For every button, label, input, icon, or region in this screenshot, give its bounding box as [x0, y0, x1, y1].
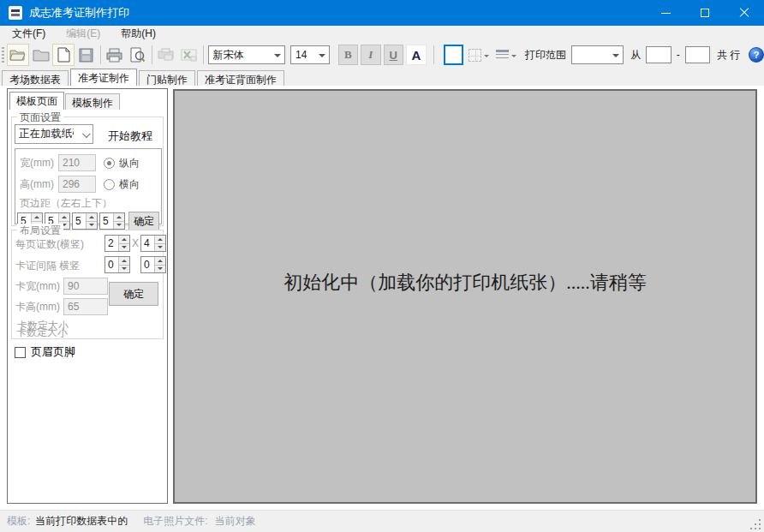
spin-up-icon[interactable] — [155, 236, 165, 244]
close-icon — [739, 8, 749, 18]
tab-ticket-making[interactable]: 准考证制作 — [70, 69, 137, 86]
range-end-input[interactable] — [685, 46, 710, 63]
new-document-button[interactable] — [52, 44, 75, 66]
tab-template-page[interactable]: 模板页面 — [9, 92, 64, 110]
spin-up-icon[interactable] — [119, 257, 129, 266]
template-status-value: 当前打印数据表中的 — [35, 514, 128, 529]
template-settings-panel: 模板页面 模板制作 页面设置 正在加载纸张 开始教程 宽(mm) 210 纵向 — [7, 88, 168, 504]
layout-settings-label: 布局设置 — [17, 224, 63, 238]
app-icon — [9, 6, 22, 20]
tab-exam-room-data[interactable]: 考场数据表 — [2, 70, 69, 86]
template-status-label: 模板: — [7, 514, 30, 529]
print-range-label: 打印范围 — [525, 48, 566, 63]
excel-export-icon — [181, 48, 197, 62]
height-input: 296 — [58, 176, 96, 193]
page-confirm-button[interactable]: 确定 — [128, 212, 159, 230]
margin-top-spinner[interactable]: 5 — [72, 212, 98, 230]
start-tutorial-link[interactable]: 开始教程 — [108, 129, 152, 144]
header-footer-row: 页眉页脚 — [15, 344, 75, 360]
spin-down-icon[interactable] — [119, 244, 129, 252]
menu-help[interactable]: 帮助(H) — [112, 25, 164, 43]
minimize-button[interactable] — [646, 0, 685, 26]
width-input: 210 — [58, 154, 96, 171]
toolbar-grip[interactable] — [2, 45, 4, 64]
spin-up-icon[interactable] — [87, 213, 97, 222]
close-button[interactable] — [725, 0, 764, 26]
spin-up-icon[interactable] — [114, 213, 124, 222]
toolbar-separator — [433, 45, 434, 64]
spin-down-icon[interactable] — [114, 222, 124, 230]
resize-grip[interactable] — [750, 518, 761, 529]
landscape-label: 横向 — [119, 177, 140, 192]
gap-v-spinner[interactable]: 0 — [140, 256, 166, 273]
page-settings-group: 页面设置 正在加载纸张 开始教程 宽(mm) 210 纵向 高(mm) — [11, 117, 164, 226]
range-start-input[interactable] — [646, 46, 671, 63]
font-size-select[interactable]: 14 — [290, 45, 330, 64]
spinner-value: 2 — [105, 236, 118, 251]
minimize-icon — [661, 13, 671, 14]
tab-template-making[interactable]: 模板制作 — [65, 93, 120, 110]
paper-loading-value: 正在加载纸张 — [19, 127, 74, 141]
paper-loading-select[interactable]: 正在加载纸张 — [15, 124, 93, 144]
spin-down-icon[interactable] — [119, 266, 129, 273]
photo-file-label: 电子照片文件: — [143, 514, 207, 529]
printer-icon — [106, 48, 122, 63]
card-height-input: 65 — [63, 298, 108, 315]
font-size-value: 14 — [295, 49, 307, 61]
tab-door-sticker[interactable]: 门贴制作 — [139, 70, 195, 86]
page-settings-label: 页面设置 — [17, 111, 63, 125]
portrait-label: 纵向 — [119, 156, 140, 170]
toolbar-separator — [100, 45, 101, 64]
spin-down-icon[interactable] — [155, 266, 165, 273]
alignment-dropdown-button[interactable] — [494, 45, 518, 65]
font-name-value: 新宋体 — [213, 48, 244, 63]
range-dash: - — [677, 49, 680, 61]
layout-settings-group: 布局设置 每页证数(横竖) 2 X 4 卡证间隔 横竖 — [11, 230, 164, 339]
per-page-v-spinner[interactable]: 4 — [140, 235, 166, 252]
maximize-button[interactable] — [685, 0, 725, 26]
per-page-h-spinner[interactable]: 2 — [104, 235, 130, 252]
fill-color-swatch[interactable] — [444, 45, 464, 65]
print-button[interactable] — [104, 44, 126, 66]
italic-button[interactable]: I — [361, 45, 381, 65]
header-footer-checkbox[interactable] — [15, 347, 26, 358]
new-document-icon — [57, 47, 70, 63]
spin-up-icon[interactable] — [32, 213, 42, 222]
toolbar-separator — [203, 45, 204, 64]
font-name-select[interactable]: 新宋体 — [208, 45, 285, 64]
print-range-select[interactable] — [571, 45, 624, 64]
per-page-label: 每页证数(横竖) — [15, 237, 84, 252]
spinner-value: 0 — [105, 257, 118, 272]
bold-button[interactable]: B — [338, 45, 359, 65]
margin-bottom-spinner[interactable]: 5 — [99, 212, 125, 230]
tab-ticket-back[interactable]: 准考证背面制作 — [197, 70, 284, 86]
borders-dropdown-button[interactable] — [467, 45, 491, 65]
portrait-radio — [104, 158, 115, 169]
spin-down-icon[interactable] — [87, 222, 97, 230]
gap-h-spinner[interactable]: 0 — [104, 256, 130, 273]
card-size-note: 卡数定大小 — [16, 326, 68, 340]
print-preview-icon — [130, 47, 145, 63]
chevron-down-icon — [511, 55, 516, 60]
help-button[interactable]: ? — [749, 47, 764, 63]
tab-page: 模板页面 模板制作 页面设置 正在加载纸张 开始教程 宽(mm) 210 纵向 — [0, 86, 764, 510]
paper-size-box: 宽(mm) 210 纵向 高(mm) 296 横向 页边距（左右上下） — [15, 148, 162, 224]
landscape-radio — [104, 179, 115, 190]
title-bar: 成志准考证制作打印 — [0, 0, 764, 26]
spin-up-icon[interactable] — [119, 236, 129, 244]
spin-up-icon[interactable] — [155, 257, 165, 266]
open-button[interactable] — [7, 44, 29, 66]
toolbar: 新宋体 14 B I U A 打印范围 从 - 共 行 ? — [0, 41, 764, 69]
card-height-label: 卡高(mm) — [15, 300, 60, 314]
save-button[interactable] — [75, 44, 97, 66]
print-preview-button[interactable] — [126, 44, 148, 66]
spin-up-icon[interactable] — [59, 213, 69, 222]
window-title: 成志准考证制作打印 — [29, 5, 129, 21]
underline-button[interactable]: U — [384, 45, 404, 65]
folder-button[interactable] — [29, 44, 51, 66]
layout-confirm-button[interactable]: 确定 — [109, 282, 158, 306]
chevron-down-icon — [82, 129, 91, 138]
spin-down-icon[interactable] — [155, 244, 165, 252]
font-color-button[interactable]: A — [406, 45, 427, 65]
menu-file[interactable]: 文件(F) — [3, 25, 54, 43]
